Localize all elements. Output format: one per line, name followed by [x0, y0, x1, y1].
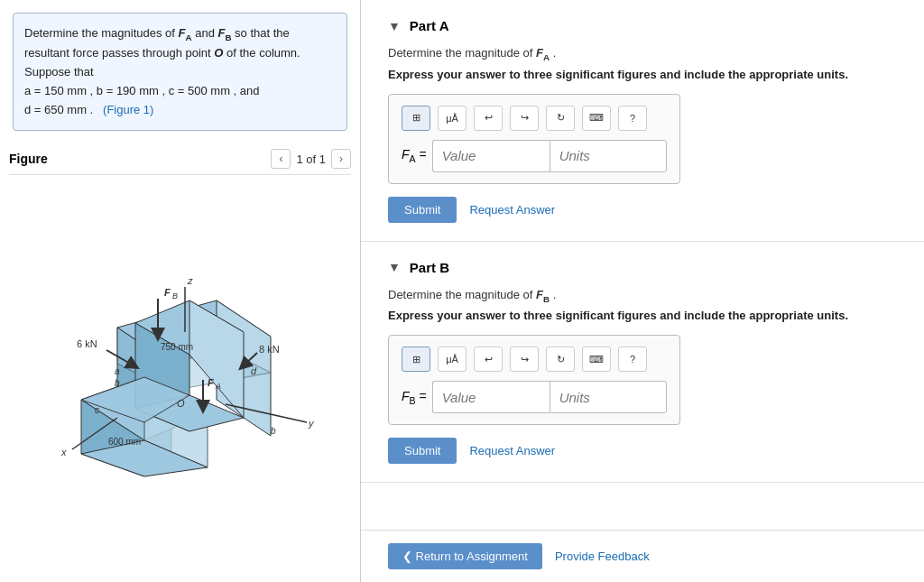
help-icon-a: ? [630, 113, 635, 124]
redo-icon-b: ↪ [521, 354, 529, 365]
provide-feedback-link[interactable]: Provide Feedback [555, 550, 650, 563]
svg-text:z: z [187, 275, 193, 286]
bottom-bar: ❮ Return to Assignment Provide Feedback [361, 530, 924, 582]
part-a-request-link[interactable]: Request Answer [469, 203, 555, 217]
part-a-label-eq: FA = [402, 147, 427, 164]
left-panel: Determine the magnitudes of FA and FB so… [0, 0, 361, 582]
grid-icon-a: ⊞ [412, 112, 420, 124]
problem-params: a = 150 mm , b = 190 mm , c = 500 mm , a… [24, 84, 259, 97]
part-b-section: ▼ Part B Determine the magnitude of FB .… [361, 242, 924, 484]
problem-and: and [195, 26, 217, 40]
mu-icon-b: μÅ [446, 354, 458, 365]
refresh-button-b[interactable]: ↻ [546, 346, 575, 372]
part-b-answer-box: ⊞ μÅ ↩ ↪ ↻ ⌨ ? [388, 335, 680, 425]
part-b-toolbar: ⊞ μÅ ↩ ↪ ↻ ⌨ ? [402, 346, 667, 372]
figure-next-button[interactable]: › [331, 149, 351, 169]
part-b-input-row: FB = [402, 381, 667, 413]
part-b-description: Determine the magnitude of FB . [388, 288, 897, 304]
part-a-header: ▼ Part A [388, 18, 897, 33]
refresh-icon-b: ↻ [557, 354, 565, 365]
figure-nav: ‹ 1 of 1 › [271, 149, 351, 169]
svg-text:F: F [164, 287, 171, 298]
svg-text:x: x [60, 447, 67, 457]
part-b-submit-button[interactable]: Submit [388, 438, 457, 464]
mu-button-a[interactable]: μÅ [438, 106, 467, 131]
part-a-toolbar: ⊞ μÅ ↩ ↪ ↻ ⌨ ? [402, 106, 667, 131]
refresh-button-a[interactable]: ↻ [546, 106, 575, 131]
svg-text:B: B [172, 291, 178, 300]
grid-button-b[interactable]: ⊞ [402, 346, 430, 372]
help-button-a[interactable]: ? [618, 106, 647, 131]
part-b-header: ▼ Part B [388, 260, 897, 275]
right-panel: ▼ Part A Determine the magnitude of FA .… [361, 0, 924, 582]
svg-text:d: d [251, 365, 257, 376]
undo-icon-b: ↩ [485, 354, 493, 365]
part-a-collapse-icon[interactable]: ▼ [388, 19, 401, 33]
svg-text:750 mm: 750 mm [161, 342, 193, 352]
part-b-request-link[interactable]: Request Answer [469, 444, 555, 457]
part-a-title: Part A [410, 18, 449, 33]
svg-text:y: y [308, 418, 315, 429]
svg-text:a: a [115, 366, 120, 376]
page-count: 1 of 1 [296, 152, 326, 166]
keyboard-icon-a: ⌨ [589, 112, 604, 124]
part-a-answer-box: ⊞ μÅ ↩ ↪ ↻ ⌨ ? [388, 94, 680, 184]
part-a-instruction: Express your answer to three significant… [388, 68, 897, 81]
o-var: O [214, 46, 223, 60]
part-b-instruction: Express your answer to three significant… [388, 309, 897, 322]
grid-button-a[interactable]: ⊞ [402, 106, 430, 131]
svg-text:F: F [208, 377, 214, 388]
problem-params2: d = 650 mm . [24, 103, 93, 116]
help-icon-b: ? [630, 354, 635, 365]
part-a-action-row: Submit Request Answer [388, 197, 897, 223]
figure-section: Figure ‹ 1 of 1 › [0, 143, 360, 582]
return-to-assignment-button[interactable]: ❮ Return to Assignment [388, 543, 542, 569]
svg-text:A: A [215, 382, 221, 391]
problem-text-intro: Determine the magnitudes of [24, 26, 179, 40]
part-a-units-input[interactable] [550, 140, 667, 172]
figure-link[interactable]: (Figure 1) [103, 103, 153, 116]
undo-button-a[interactable]: ↩ [474, 106, 503, 131]
part-b-action-row: Submit Request Answer [388, 438, 897, 464]
problem-statement: Determine the magnitudes of FA and FB so… [13, 13, 347, 131]
part-b-value-input[interactable] [432, 381, 550, 413]
keyboard-icon-b: ⌨ [589, 354, 604, 365]
figure-title: Figure [9, 152, 48, 166]
svg-text:600 mm: 600 mm [108, 437, 141, 447]
svg-text:b: b [115, 378, 120, 388]
part-b-label-eq: FB = [402, 389, 427, 406]
redo-icon-a: ↪ [521, 112, 529, 124]
keyboard-button-a[interactable]: ⌨ [582, 106, 611, 131]
part-a-section: ▼ Part A Determine the magnitude of FA .… [361, 0, 924, 242]
mu-icon-a: μÅ [446, 113, 458, 124]
svg-text:c: c [95, 405, 99, 415]
mu-button-b[interactable]: μÅ [438, 346, 467, 372]
redo-button-a[interactable]: ↪ [510, 106, 539, 131]
svg-text:O: O [177, 398, 185, 409]
figure-header: Figure ‹ 1 of 1 › [9, 143, 351, 175]
part-b-title: Part B [410, 260, 449, 275]
refresh-icon-a: ↻ [557, 112, 565, 124]
part-b-collapse-icon[interactable]: ▼ [388, 260, 401, 274]
svg-text:6 kN: 6 kN [77, 338, 97, 349]
figure-svg: z x y F B 6 kN 750 mm 8 kN [27, 273, 334, 481]
part-b-units-input[interactable] [550, 381, 667, 413]
undo-button-b[interactable]: ↩ [474, 346, 503, 372]
figure-prev-button[interactable]: ‹ [271, 149, 291, 169]
help-button-b[interactable]: ? [618, 346, 647, 372]
redo-button-b[interactable]: ↪ [510, 346, 539, 372]
fa-var: FA [179, 26, 192, 40]
figure-image: z x y F B 6 kN 750 mm 8 kN [9, 180, 351, 573]
svg-text:8 kN: 8 kN [259, 344, 280, 355]
keyboard-button-b[interactable]: ⌨ [582, 346, 611, 372]
part-a-description: Determine the magnitude of FA . [388, 46, 897, 62]
part-a-input-row: FA = [402, 140, 667, 172]
svg-text:b: b [271, 426, 276, 436]
part-a-value-input[interactable] [432, 140, 550, 172]
part-a-submit-button[interactable]: Submit [388, 197, 457, 223]
undo-icon-a: ↩ [485, 112, 493, 124]
grid-icon-b: ⊞ [412, 354, 420, 365]
fb-var: FB [217, 26, 231, 40]
